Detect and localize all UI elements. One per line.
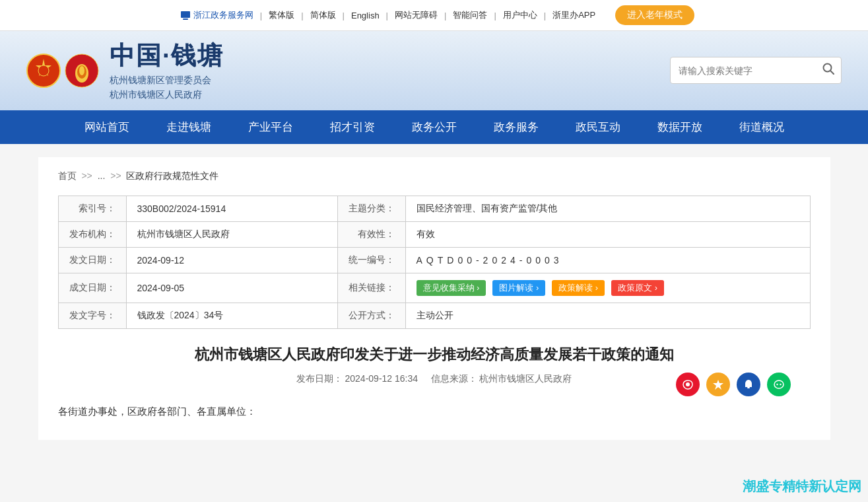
- site-title-main: 中国·钱塘: [110, 39, 224, 73]
- weibo-icon: [682, 378, 694, 390]
- search-box: [670, 57, 842, 84]
- value-theme: 国民经济管理、国有资产监管/其他: [405, 196, 810, 221]
- info-row-5: 发文字号： 钱政发〔2024〕34号 公开方式： 主动公开: [58, 303, 810, 328]
- info-row-1: 索引号： 330B002/2024-15914 主题分类： 国民经济管理、国有资…: [58, 196, 810, 221]
- label-unified-num: 统一编号：: [337, 247, 405, 273]
- search-area: [670, 57, 842, 84]
- social-icons: [676, 373, 791, 396]
- gov-icon: [180, 10, 191, 20]
- nav-bar: 网站首页 走进钱塘 产业平台 招才引资 政务公开 政务服务 政民互动 数据开放 …: [0, 110, 868, 144]
- traditional-chinese-link[interactable]: 繁体版: [262, 9, 301, 21]
- bell-icon: [743, 378, 754, 390]
- torch-emblem-icon: [65, 54, 99, 88]
- logo-emblems: [26, 54, 99, 88]
- label-validity: 有效性：: [337, 221, 405, 247]
- breadcrumb-dots[interactable]: ...: [98, 170, 106, 181]
- badge-policy-interpret[interactable]: 政策解读: [552, 280, 605, 296]
- article-section: 杭州市钱塘区人民政府印发关于进一步推动经济高质量发展若干政策的通知 发布日期： …: [58, 345, 811, 420]
- badge-picture[interactable]: 图片解读: [492, 280, 545, 296]
- breadcrumb-home[interactable]: 首页: [58, 170, 77, 181]
- gov-service-link[interactable]: 浙江政务服务网: [174, 9, 260, 21]
- article-opening: 各街道办事处，区政府各部门、各直属单位：: [58, 402, 811, 420]
- label-related-links: 相关链接：: [337, 273, 405, 303]
- value-open-method: 主动公开: [405, 303, 810, 328]
- info-row-2: 发布机构： 杭州市钱塘区人民政府 有效性： 有效: [58, 221, 810, 247]
- info-table: 索引号： 330B002/2024-15914 主题分类： 国民经济管理、国有资…: [58, 196, 811, 329]
- svg-rect-0: [181, 11, 190, 18]
- favorite-button[interactable]: [706, 373, 730, 396]
- svg-rect-1: [183, 18, 188, 20]
- weibo-share-button[interactable]: [676, 373, 700, 396]
- svg-point-9: [79, 66, 84, 75]
- search-icon: [822, 63, 834, 75]
- article-meta: 发布日期： 2024-09-12 16:34 信息来源： 杭州市钱塘区人民政府: [296, 373, 572, 385]
- value-pubdate: 2024-09-12: [126, 247, 337, 273]
- value-related-links: 意见收集采纳 图片解读 政策解读 政策原文: [405, 273, 810, 303]
- label-pubdate: 发文日期：: [58, 247, 126, 273]
- source-value: 杭州市钱塘区人民政府: [479, 373, 572, 384]
- source-label: 信息来源：: [431, 373, 477, 384]
- label-open-method: 公开方式：: [337, 303, 405, 328]
- nav-talent[interactable]: 招才引资: [312, 110, 393, 144]
- nav-street-overview[interactable]: 街道概况: [721, 110, 803, 144]
- label-theme: 主题分类：: [337, 196, 405, 221]
- breadcrumb: 首页 >> ... >> 区政府行政规范性文件: [58, 170, 811, 182]
- nav-data-open[interactable]: 数据开放: [639, 110, 721, 144]
- breadcrumb-sep1: >>: [81, 170, 92, 181]
- publish-date-value: 2024-09-12 16:34: [345, 373, 418, 384]
- badge-opinion[interactable]: 意见收集采纳: [417, 280, 486, 296]
- publish-date-label: 发布日期：: [296, 373, 343, 384]
- header: 中国·钱塘 杭州钱塘新区管理委员会 杭州市钱塘区人民政府: [0, 31, 868, 110]
- meta-social-row: 发布日期： 2024-09-12 16:34 信息来源： 杭州市钱塘区人民政府: [58, 373, 811, 396]
- value-created-date: 2024-09-05: [126, 273, 337, 303]
- info-row-3: 发文日期： 2024-09-12 统一编号： AQTD00-2024-0003: [58, 247, 810, 273]
- breadcrumb-current: 区政府行政规范性文件: [126, 170, 218, 181]
- article-title: 杭州市钱塘区人民政府印发关于进一步推动经济高质量发展若干政策的通知: [58, 345, 811, 365]
- simplified-chinese-link[interactable]: 简体版: [304, 9, 343, 21]
- english-link[interactable]: English: [345, 11, 386, 20]
- subscribe-button[interactable]: [737, 373, 760, 396]
- nav-citizen-interaction[interactable]: 政民互动: [557, 110, 639, 144]
- search-button[interactable]: [816, 57, 841, 83]
- wechat-icon: [773, 378, 785, 390]
- label-publisher: 发布机构：: [58, 221, 126, 247]
- label-index: 索引号：: [58, 196, 126, 221]
- badge-policy-original[interactable]: 政策原文: [611, 280, 664, 296]
- label-doc-number: 发文字号：: [58, 303, 126, 328]
- senior-mode-button[interactable]: 进入老年模式: [615, 5, 694, 25]
- svg-point-5: [38, 65, 49, 76]
- wechat-share-button[interactable]: [767, 373, 791, 396]
- value-doc-number: 钱政发〔2024〕34号: [126, 303, 337, 328]
- article-body: 各街道办事处，区政府各部门、各直属单位：: [58, 402, 811, 420]
- value-publisher: 杭州市钱塘区人民政府: [126, 221, 337, 247]
- nav-home[interactable]: 网站首页: [66, 110, 148, 144]
- user-center-link[interactable]: 用户中心: [496, 9, 544, 21]
- nav-govaffairs-open[interactable]: 政务公开: [393, 110, 475, 144]
- svg-point-12: [686, 382, 690, 386]
- search-input[interactable]: [671, 60, 816, 81]
- svg-line-11: [830, 71, 834, 74]
- site-subtitle2: 杭州市钱塘区人民政府: [110, 87, 224, 102]
- value-validity: 有效: [405, 221, 810, 247]
- nav-industry[interactable]: 产业平台: [230, 110, 312, 144]
- svg-marker-13: [713, 380, 723, 390]
- breadcrumb-sep2: >>: [110, 170, 121, 181]
- accessibility-link[interactable]: 网站无障碍: [388, 9, 444, 21]
- nav-govaffairs-service[interactable]: 政务服务: [475, 110, 557, 144]
- svg-rect-14: [747, 387, 750, 388]
- national-emblem-icon: [26, 54, 61, 88]
- info-row-4: 成文日期： 2024-09-05 相关链接： 意见收集采纳 图片解读 政策解读 …: [58, 273, 810, 303]
- svg-point-15: [774, 380, 784, 388]
- ai-qa-link[interactable]: 智能问答: [446, 9, 494, 21]
- label-created-date: 成文日期：: [58, 273, 126, 303]
- nav-about[interactable]: 走进钱塘: [148, 110, 230, 144]
- top-bar: 浙江政务服务网 | 繁体版 | 简体版 | English | 网站无障碍 | …: [0, 0, 868, 31]
- value-index: 330B002/2024-15914: [126, 196, 337, 221]
- site-title-area: 中国·钱塘 杭州钱塘新区管理委员会 杭州市钱塘区人民政府: [110, 39, 224, 102]
- logo-area: 中国·钱塘 杭州钱塘新区管理委员会 杭州市钱塘区人民政府: [26, 39, 224, 102]
- site-subtitle1: 杭州钱塘新区管理委员会: [110, 73, 224, 87]
- star-icon: [712, 378, 724, 390]
- gov-service-label: 浙江政务服务网: [193, 9, 253, 21]
- svg-point-17: [780, 383, 781, 384]
- zhelioffice-link[interactable]: 浙里办APP: [546, 9, 602, 21]
